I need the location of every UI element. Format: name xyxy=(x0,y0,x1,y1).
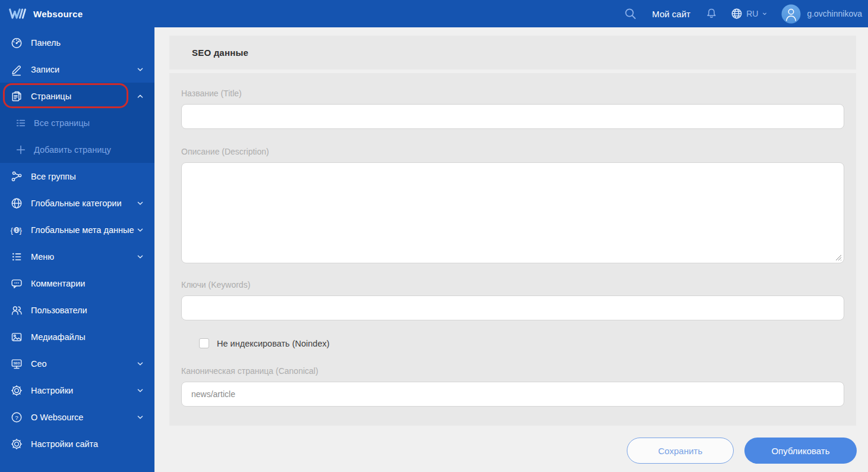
noindex-checkbox[interactable] xyxy=(199,338,209,348)
sidebar-item-global-meta[interactable]: { } Глобальные мета данные xyxy=(0,216,154,243)
sidebar-item-menu[interactable]: Меню xyxy=(0,243,154,270)
seo-monitor-icon: SEO xyxy=(10,357,23,370)
sidebar-item-label: Меню xyxy=(31,252,54,262)
seo-form: Название (Title) Описание (Description) … xyxy=(169,73,856,426)
sidebar-item-label: Панель xyxy=(31,38,61,48)
sidebar-item-dashboard[interactable]: Панель xyxy=(0,29,154,56)
brand-name: Websource xyxy=(33,9,83,19)
sidebar-item-site-settings[interactable]: Настройки сайта xyxy=(0,430,154,457)
sidebar-item-label: Настройки xyxy=(31,386,73,395)
keywords-input[interactable] xyxy=(181,295,844,320)
brand[interactable]: Websource xyxy=(8,7,83,21)
svg-text:?: ? xyxy=(15,414,18,420)
comments-icon xyxy=(10,277,23,290)
sidebar-group-pages: Страницы Все страницы Добавить страницу xyxy=(0,83,154,163)
sidebar-item-all-pages[interactable]: Все страницы xyxy=(0,109,154,136)
chevron-down-icon xyxy=(135,359,145,369)
chevron-down-icon xyxy=(135,225,145,235)
canonical-input[interactable] xyxy=(181,382,844,407)
sidebar-item-label: О Websource xyxy=(31,413,83,422)
sidebar-item-about[interactable]: ? О Websource xyxy=(0,404,154,430)
sidebar-item-users[interactable]: Пользователи xyxy=(0,297,154,323)
users-icon xyxy=(10,304,23,317)
chevron-down-icon xyxy=(135,386,145,395)
pencil-icon xyxy=(10,63,23,76)
nodes-icon xyxy=(10,170,23,183)
sidebar-item-label: Все страницы xyxy=(34,118,90,128)
chevron-down-icon xyxy=(761,10,768,17)
sidebar-item-label: Все группы xyxy=(31,172,76,181)
publish-button[interactable]: Опубликовать xyxy=(744,438,857,464)
action-bar: Сохранить Опубликовать xyxy=(627,438,857,464)
description-textarea[interactable] xyxy=(181,162,844,263)
svg-text:}: } xyxy=(20,225,23,234)
description-field-label: Описание (Description) xyxy=(181,147,844,156)
sidebar-item-settings[interactable]: Настройки xyxy=(0,377,154,404)
canonical-field-label: Каноническая страница (Canonical) xyxy=(181,366,844,376)
sidebar: Панель Записи Страницы xyxy=(0,27,154,472)
avatar-icon xyxy=(781,4,801,24)
menu-list-icon xyxy=(10,250,23,263)
chevron-down-icon xyxy=(135,65,145,74)
sidebar-item-media[interactable]: Медиафайлы xyxy=(0,323,154,350)
sidebar-item-label: Добавить страницу xyxy=(34,145,111,155)
title-field-label: Название (Title) xyxy=(181,89,844,98)
chevron-down-icon xyxy=(135,252,145,262)
chevron-down-icon xyxy=(135,413,145,422)
question-icon: ? xyxy=(10,411,23,424)
sidebar-item-comments[interactable]: Комментарии xyxy=(0,270,154,297)
search-icon[interactable] xyxy=(623,7,637,21)
sidebar-item-posts[interactable]: Записи xyxy=(0,56,154,83)
keywords-field-label: Ключи (Keywords) xyxy=(181,280,844,290)
description-textarea-wrap xyxy=(181,162,844,263)
page-title: SEO данные xyxy=(192,48,248,58)
sidebar-item-seo[interactable]: SEO Сео xyxy=(0,350,154,377)
sidebar-item-all-groups[interactable]: Все группы xyxy=(0,163,154,190)
noindex-label: Не индексировать (Noindex) xyxy=(217,339,330,348)
globe-icon xyxy=(10,197,23,210)
dashboard-icon xyxy=(10,36,23,49)
sidebar-item-label: Глобальные категории xyxy=(31,199,122,208)
user-menu[interactable]: g.ovchinnikova xyxy=(781,4,862,24)
svg-text:{: { xyxy=(11,225,14,234)
plus-icon xyxy=(15,144,27,156)
language-code: RU xyxy=(746,9,758,18)
chevron-up-icon xyxy=(135,92,145,101)
sidebar-item-pages[interactable]: Страницы xyxy=(0,83,154,109)
topbar-right: Мой сайт RU xyxy=(623,4,862,24)
sidebar-item-label: Глобальные мета данные xyxy=(31,225,134,235)
panel-header: SEO данные xyxy=(169,36,856,70)
media-image-icon xyxy=(10,331,23,344)
sidebar-item-global-categories[interactable]: Глобальные категории xyxy=(0,190,154,216)
username: g.ovchinnikova xyxy=(807,9,862,18)
meta-braces-globe-icon: { } xyxy=(10,224,23,237)
language-selector[interactable]: RU xyxy=(730,7,768,20)
sidebar-item-label: Сео xyxy=(31,359,47,369)
sidebar-item-label: Пользователи xyxy=(31,306,87,315)
globe-icon xyxy=(730,7,743,20)
sidebar-item-label: Комментарии xyxy=(31,279,85,288)
sidebar-item-label: Настройки сайта xyxy=(31,439,98,449)
chevron-down-icon xyxy=(135,199,145,208)
bell-icon[interactable] xyxy=(705,7,718,21)
svg-text:SEO: SEO xyxy=(13,361,20,364)
sidebar-item-label: Медиафайлы xyxy=(31,332,86,342)
save-button[interactable]: Сохранить xyxy=(627,438,734,464)
gear-icon xyxy=(10,438,23,451)
pages-icon xyxy=(10,90,23,103)
topbar: Websource Мой сайт RU xyxy=(0,0,868,27)
sidebar-item-label: Записи xyxy=(31,65,59,74)
my-site-link[interactable]: Мой сайт xyxy=(652,9,690,19)
sidebar-item-add-page[interactable]: Добавить страницу xyxy=(0,136,154,163)
noindex-row: Не индексировать (Noindex) xyxy=(199,338,844,348)
title-input[interactable] xyxy=(181,104,844,129)
gear-icon xyxy=(10,384,23,397)
websource-logo-icon xyxy=(8,7,27,21)
list-icon xyxy=(15,117,27,129)
sidebar-item-label: Страницы xyxy=(31,92,71,101)
